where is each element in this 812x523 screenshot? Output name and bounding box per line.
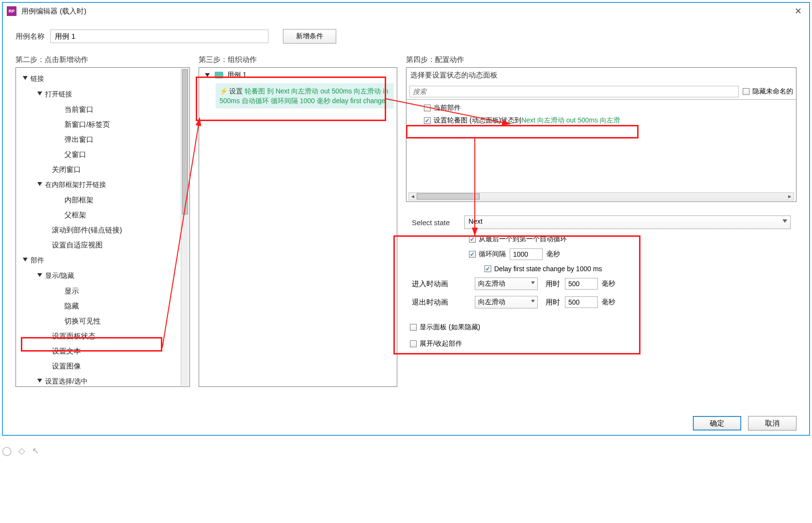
tree-open-link[interactable]: 打开链接 — [18, 86, 187, 102]
time-in-label: 用时 — [546, 279, 560, 289]
caret-down-icon — [23, 76, 28, 80]
hide-unnamed-label: 隐藏未命名的 — [752, 87, 793, 96]
time-in-input[interactable] — [565, 278, 598, 290]
tree-set-image[interactable]: 设置图像 — [18, 358, 187, 373]
caret-down-icon — [37, 273, 42, 277]
chevron-down-icon — [531, 281, 535, 284]
chevron-down-icon — [782, 219, 787, 223]
scroll-track[interactable] — [417, 193, 786, 200]
show-if-hidden-line: 显示面板 (如果隐藏) — [410, 323, 796, 332]
step4-column: 第四步：配置动作 选择要设置状态的动态面板 隐藏未命名的 当前部件 — [406, 55, 796, 387]
tree-scroll-to-widget[interactable]: 滚动到部件(锚点链接) — [18, 222, 187, 237]
config-box: Select state Next 从最后一个到第一个自动循环 循环间隔 — [406, 211, 796, 320]
actions-tree: 链接 打开链接 当前窗口 新窗口/标签页 弹出窗口 父窗口 关闭窗口 在内部框架… — [16, 68, 189, 392]
horizontal-scrollbar[interactable]: ◄ ► — [408, 192, 794, 200]
tree-widgets[interactable]: 部件 — [18, 252, 187, 268]
row-checkbox[interactable] — [424, 105, 431, 111]
step3-label: 第三步：组织动作 — [199, 55, 397, 64]
tree-close-window[interactable]: 关闭窗口 — [18, 162, 187, 177]
caret-down-icon — [37, 379, 42, 383]
time-out-label: 用时 — [546, 298, 560, 307]
caret-down-icon — [37, 182, 42, 186]
vertical-scrollbar[interactable] — [181, 68, 189, 386]
animate-in-dropdown[interactable]: 向左滑动 — [475, 277, 538, 290]
window-title: 用例编辑器 (载入时) — [21, 7, 791, 16]
repeat-interval-input[interactable] — [510, 248, 543, 260]
animate-in-row: 进入时动画 向左滑动 用时 毫秒 — [412, 277, 791, 290]
tree-links[interactable]: 链接 — [18, 71, 187, 86]
step3-column: 第三步：组织动作 用例 1 ⚡设置 轮番图 到 Next 向左滑动 out 50… — [199, 55, 397, 387]
dialog-window: RP 用例编辑器 (载入时) ✕ 用例名称 新增条件 第二步：点击新增动作 链接… — [2, 2, 810, 436]
expand-collapse-line: 展开/收起部件 — [410, 339, 796, 348]
animate-in-label: 进入时动画 — [412, 279, 475, 289]
tree-parent-frame[interactable]: 父框架 — [18, 207, 187, 222]
select-state-dropdown[interactable]: Next — [464, 215, 791, 229]
case-label: 用例 1 — [227, 71, 247, 79]
show-if-hidden-checkbox[interactable] — [410, 324, 417, 331]
panel-list-wrap: 选择要设置状态的动态面板 隐藏未命名的 当前部件 设置轮番图 ( — [406, 67, 796, 202]
actions-tree-panel: 链接 打开链接 当前窗口 新窗口/标签页 弹出窗口 父窗口 关闭窗口 在内部框架… — [16, 67, 190, 387]
scroll-left-icon[interactable]: ◄ — [409, 193, 417, 200]
repeat-checkbox[interactable] — [469, 251, 476, 258]
status-icon-1: ◯ — [2, 446, 12, 456]
row-checkbox-checked[interactable] — [424, 117, 431, 124]
tree-show-hide[interactable]: 显示/隐藏 — [18, 268, 187, 283]
tree-new-window-tab[interactable]: 新窗口/标签页 — [18, 117, 187, 132]
tree-inner-frame[interactable]: 内部框架 — [18, 192, 187, 207]
tree-set-text[interactable]: 设置文本 — [18, 343, 187, 358]
case-name-row: 用例名称 新增条件 — [16, 29, 796, 44]
caret-down-icon — [205, 73, 210, 77]
search-row: 隐藏未命名的 — [406, 84, 796, 100]
tree-parent-window[interactable]: 父窗口 — [18, 147, 187, 162]
delay-checkbox-line: Delay first state change by 1000 ms — [484, 265, 791, 273]
search-input[interactable] — [409, 86, 739, 97]
hide-unnamed-checkbox[interactable] — [743, 88, 750, 95]
tree-show[interactable]: 显示 — [18, 283, 187, 298]
case-name-label: 用例名称 — [16, 32, 45, 41]
status-icon-2: ◇ — [18, 446, 25, 456]
select-state-label: Select state — [412, 218, 464, 227]
cancel-button[interactable]: 取消 — [748, 416, 796, 431]
dialog-footer: 确定 取消 — [3, 412, 809, 435]
caret-down-icon — [37, 92, 42, 95]
scroll-thumb[interactable] — [417, 193, 480, 200]
titlebar: RP 用例编辑器 (载入时) ✕ — [3, 3, 809, 19]
select-state-row: Select state Next — [412, 215, 791, 229]
animate-out-row: 退出时动画 向左滑动 用时 毫秒 — [412, 296, 791, 308]
steps-row: 第二步：点击新增动作 链接 打开链接 当前窗口 新窗口/标签页 弹出窗口 父窗口… — [16, 55, 796, 387]
scroll-right-icon[interactable]: ► — [786, 193, 794, 200]
wrap-checkbox[interactable] — [469, 236, 476, 243]
panel-heading: 选择要设置状态的动态面板 — [406, 68, 796, 82]
scrollbar-thumb[interactable] — [182, 69, 188, 215]
animate-out-dropdown[interactable]: 向左滑动 — [475, 296, 538, 308]
tree-set-panel-state[interactable]: 设置面板状态 — [18, 328, 187, 343]
tree-set-adaptive-view[interactable]: 设置自适应视图 — [18, 237, 187, 252]
tree-toggle-visibility[interactable]: 切换可见性 — [18, 313, 187, 328]
step4-label: 第四步：配置动作 — [406, 55, 796, 64]
repeat-checkbox-line: 循环间隔 毫秒 — [469, 248, 791, 260]
panel-row-current[interactable]: 当前部件 — [406, 102, 796, 114]
organize-actions-panel: 用例 1 ⚡设置 轮番图 到 Next 向左滑动 out 500ms 向左滑动 … — [199, 67, 397, 387]
case-row[interactable]: 用例 1 — [199, 68, 397, 82]
action-block[interactable]: ⚡设置 轮番图 到 Next 向左滑动 out 500ms 向左滑动 in 50… — [216, 83, 394, 108]
cursor-icon: ↖ — [32, 446, 39, 456]
wrap-checkbox-line: 从最后一个到第一个自动循环 — [469, 235, 791, 244]
case-name-input[interactable] — [50, 30, 268, 43]
tree-current-window[interactable]: 当前窗口 — [18, 102, 187, 117]
tree-hide[interactable]: 隐藏 — [18, 298, 187, 313]
tree-popup-window[interactable]: 弹出窗口 — [18, 132, 187, 147]
app-icon: RP — [7, 6, 16, 16]
panel-row-carousel[interactable]: 设置轮番图 (动态面板)状态到 Next 向左滑动 out 500ms 向左滑 — [406, 114, 796, 127]
case-icon — [215, 72, 223, 78]
expand-collapse-checkbox[interactable] — [410, 340, 417, 347]
panel-list-body: 当前部件 设置轮番图 (动态面板)状态到 Next 向左滑动 out 500ms… — [406, 100, 796, 201]
tree-set-selected[interactable]: 设置选择/选中 — [18, 373, 187, 389]
ok-button[interactable]: 确定 — [693, 416, 741, 431]
close-icon[interactable]: ✕ — [791, 6, 805, 16]
add-condition-button[interactable]: 新增条件 — [283, 29, 336, 44]
caret-down-icon — [23, 258, 28, 262]
delay-checkbox[interactable] — [484, 265, 491, 272]
tree-open-in-frame[interactable]: 在内部框架打开链接 — [18, 177, 187, 192]
time-out-input[interactable] — [565, 296, 598, 308]
content-area: 用例名称 新增条件 第二步：点击新增动作 链接 打开链接 当前窗口 新窗口/标签… — [3, 19, 809, 412]
